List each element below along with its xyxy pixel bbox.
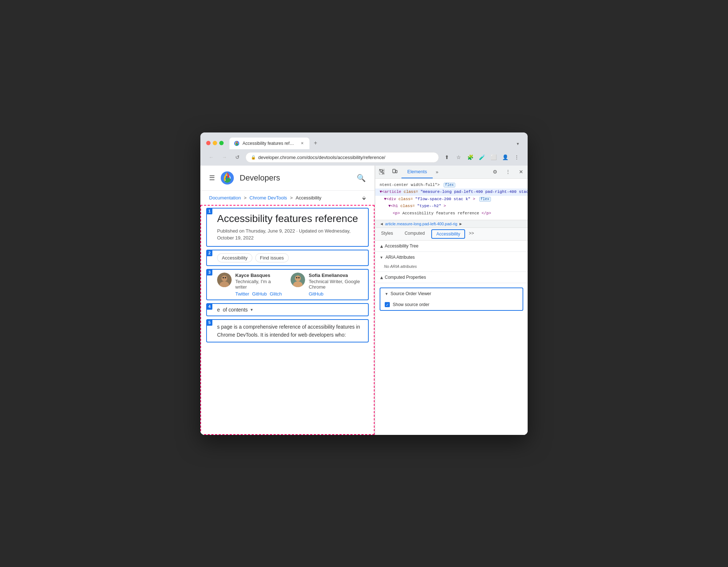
main-area: ☰ Developers 🔍 Documentati xyxy=(200,166,528,435)
author-links-1: Twitter GitHub Glitch xyxy=(235,291,282,297)
dom-breadcrumb-text[interactable]: article.measure-long.pad-left-400.pad-ri… xyxy=(385,222,457,226)
source-order-viewer-header[interactable]: ▼ Source Order Viewer xyxy=(380,288,523,299)
source-box-1-content: Accessibility features reference Publish… xyxy=(207,209,368,246)
svg-point-9 xyxy=(223,277,224,278)
tab-styles[interactable]: Styles xyxy=(375,228,399,240)
back-button[interactable]: ← xyxy=(206,152,216,162)
dom-line-3[interactable]: ▼<div class= "flow-space-200 stac k" > f… xyxy=(375,196,528,203)
maximize-traffic-light[interactable] xyxy=(219,141,224,145)
search-icon[interactable]: 🔍 xyxy=(357,174,366,182)
breadcrumb-docs-link[interactable]: Documentation xyxy=(209,195,241,201)
device-toolbar-button[interactable] xyxy=(388,165,401,178)
page-meta: Published on Thursday, June 9, 2022 · Up… xyxy=(217,227,364,242)
share-toolbar-icon[interactable]: ⬆ xyxy=(442,152,452,162)
chrome-menu-icon[interactable]: ⋮ xyxy=(512,152,522,162)
tab-computed[interactable]: Computed xyxy=(399,228,431,240)
source-box-2: 2 Accessibility Find issues xyxy=(206,250,369,266)
sov-label: Source Order Viewer xyxy=(391,291,431,296)
panel-tab-more[interactable]: >> xyxy=(466,228,477,240)
author-github-link-2[interactable]: GitHub xyxy=(309,291,323,297)
profile-manager-icon[interactable]: 🧪 xyxy=(477,152,487,162)
devtools-close-icon[interactable]: ✕ xyxy=(515,165,528,178)
source-number-3: 3 xyxy=(207,269,212,275)
dom-line-4[interactable]: ▼<h1 class= "type--h2" > xyxy=(375,203,528,210)
sov-triangle: ▼ xyxy=(385,292,388,296)
accessibility-tree-label: Accessibility Tree xyxy=(385,243,419,249)
intro-prefix: s page is a comprehensive reference of a… xyxy=(217,324,360,338)
inspect-icon xyxy=(379,169,385,175)
address-input[interactable]: 🔒 developer.chrome.com/docs/devtools/acc… xyxy=(245,152,439,163)
page-title: Accessibility features reference xyxy=(217,213,364,225)
dom-line-1[interactable]: ntent-center width-full"> flex xyxy=(375,182,528,189)
tab-title: Accessibility features referenc... xyxy=(243,141,296,146)
breadcrumb-arrow-right[interactable]: ► xyxy=(459,222,463,226)
toc-chevron-icon[interactable]: ▾ xyxy=(251,307,253,312)
author-avatar-svg-1 xyxy=(217,273,232,287)
dom-line-2[interactable]: ▼<article class= "measure-long pad-left-… xyxy=(375,189,528,196)
source-number-5: 5 xyxy=(207,320,212,326)
dom-area: ntent-center width-full"> flex ▼<article… xyxy=(375,179,528,221)
site-header: ☰ Developers 🔍 xyxy=(200,166,375,191)
breadcrumb-arrow-left[interactable]: ◄ xyxy=(380,222,384,226)
aria-attributes-triangle: ▼ xyxy=(380,255,383,259)
svg-point-15 xyxy=(298,277,300,278)
dom-line-5[interactable]: <p> Accessibility features reference </p… xyxy=(375,210,528,217)
tab-elements[interactable]: Elements xyxy=(401,166,433,178)
forward-button[interactable]: → xyxy=(219,152,229,162)
show-source-order-checkbox[interactable]: ✓ xyxy=(385,302,390,307)
devtools-more-icon[interactable]: ⋮ xyxy=(501,165,515,178)
source-box-3: 3 xyxy=(206,269,369,300)
active-tab[interactable]: Accessibility features referenc... ✕ xyxy=(229,138,309,149)
dom-breadcrumb: ◄ article.measure-long.pad-left-400.pad-… xyxy=(375,220,528,228)
tab-close-button[interactable]: ✕ xyxy=(299,140,305,146)
user-icon[interactable]: 👤 xyxy=(500,152,510,162)
author-twitter-link[interactable]: Twitter xyxy=(235,291,249,297)
browser-window: Accessibility features referenc... ✕ + ▾… xyxy=(200,132,528,435)
source-number-2: 2 xyxy=(207,250,212,256)
chrome-logo-svg xyxy=(221,171,234,185)
share-icon[interactable]: ⬙ xyxy=(362,195,366,201)
hamburger-menu-icon[interactable]: ☰ xyxy=(209,174,215,182)
toc-prefix: e xyxy=(217,307,220,313)
toolbar-icons: ⬆ ☆ 🧩 🧪 ⬜ 👤 ⋮ xyxy=(442,152,522,162)
svg-point-10 xyxy=(225,277,226,278)
breadcrumb-sep1: > xyxy=(244,195,247,201)
author-name-2: Sofia Emelianova xyxy=(309,273,364,278)
accessibility-tree-header[interactable]: ▶ Accessibility Tree xyxy=(375,241,528,251)
close-traffic-light[interactable] xyxy=(206,141,211,145)
devtools-tabs: Elements » xyxy=(401,166,488,178)
tab-accessibility[interactable]: Accessibility xyxy=(431,229,465,239)
source-order-viewer-wrapper: ▼ Source Order Viewer ✓ Show source orde… xyxy=(375,283,528,315)
lock-icon: 🔒 xyxy=(251,155,256,160)
tab-chevron[interactable]: ▾ xyxy=(514,138,522,149)
reload-button[interactable]: ↺ xyxy=(232,152,243,162)
show-source-order-label: Show source order xyxy=(393,302,429,307)
computed-properties-header[interactable]: ▶ Computed Properties xyxy=(375,272,528,283)
devtools-tab-more[interactable]: » xyxy=(433,169,441,175)
tab-favicon-icon xyxy=(234,140,240,146)
svg-point-19 xyxy=(394,172,394,173)
bookmark-icon[interactable]: ☆ xyxy=(453,152,464,162)
aria-attributes-header[interactable]: ▼ ARIA Attributes xyxy=(375,252,528,263)
extensions-icon[interactable]: 🧩 xyxy=(465,152,475,162)
breadcrumb-devtools-link[interactable]: Chrome DevTools xyxy=(249,195,287,201)
intro-text: s page is a comprehensive reference of a… xyxy=(207,320,368,342)
split-screen-icon[interactable]: ⬜ xyxy=(488,152,499,162)
minimize-traffic-light[interactable] xyxy=(213,141,217,145)
chip-find-issues[interactable]: Find issues xyxy=(255,253,289,262)
author-avatar-svg-2 xyxy=(291,273,305,287)
aria-attributes-section: ▼ ARIA Attributes No ARIA attributes xyxy=(375,252,528,272)
chip-accessibility[interactable]: Accessibility xyxy=(217,253,252,262)
devtools-toolbar: Elements » ⚙ ⋮ ✕ xyxy=(375,166,528,179)
device-icon xyxy=(392,169,398,175)
no-aria-text: No ARIA attributes xyxy=(384,264,417,269)
author-glitch-link[interactable]: Glitch xyxy=(270,291,282,297)
address-bar: ← → ↺ 🔒 developer.chrome.com/docs/devtoo… xyxy=(200,149,528,166)
toc-box: e of contents ▾ xyxy=(207,304,368,316)
svg-point-12 xyxy=(295,275,301,281)
accessibility-tree-triangle: ▶ xyxy=(379,245,383,247)
inspect-element-button[interactable] xyxy=(375,165,388,178)
devtools-settings-icon[interactable]: ⚙ xyxy=(488,165,501,178)
author-github-link-1[interactable]: GitHub xyxy=(252,291,267,297)
new-tab-button[interactable]: + xyxy=(311,137,320,149)
